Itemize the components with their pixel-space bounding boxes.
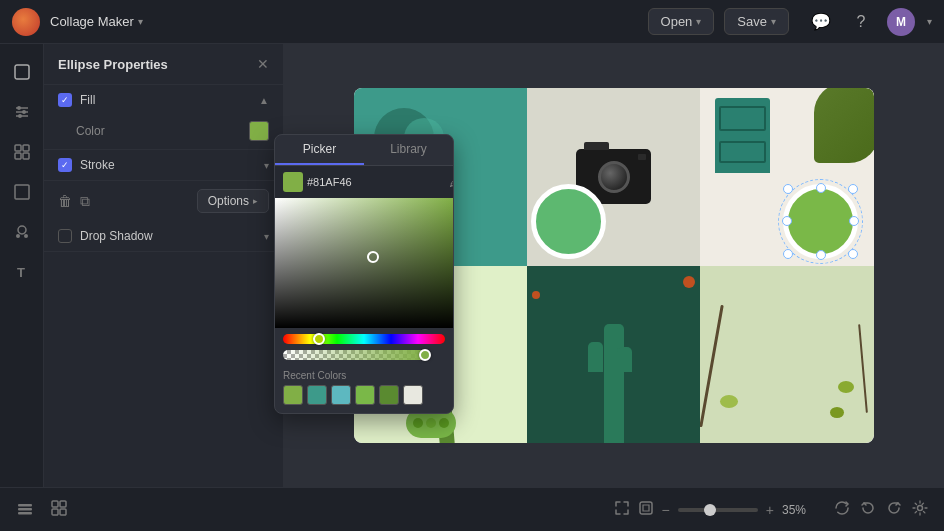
svg-rect-17 — [18, 508, 32, 511]
zoom-thumb[interactable] — [704, 504, 716, 516]
svg-rect-22 — [60, 509, 66, 515]
color-row: Color — [44, 115, 283, 149]
svg-rect-8 — [23, 145, 29, 151]
save-chevron-icon: ▾ — [771, 16, 776, 27]
alpha-slider-wrap: 1.00 — [275, 348, 453, 366]
recent-swatch-1[interactable] — [283, 385, 303, 405]
drop-shadow-label: Drop Shadow — [80, 229, 256, 243]
alpha-thumb[interactable] — [419, 349, 431, 361]
stroke-row[interactable]: ✓ Stroke ▾ — [44, 150, 283, 180]
panel-close-button[interactable]: ✕ — [257, 56, 269, 72]
avatar[interactable]: M — [887, 8, 915, 36]
app-name-label: Collage Maker — [50, 14, 134, 29]
stroke-section: ✓ Stroke ▾ — [44, 150, 283, 181]
app-logo — [12, 8, 40, 36]
comment-icon[interactable]: 💬 — [807, 8, 835, 36]
hex-color-swatch[interactable] — [283, 172, 303, 192]
fill-checkbox[interactable]: ✓ — [58, 93, 72, 107]
drop-shadow-row[interactable]: Drop Shadow ▾ — [44, 221, 283, 251]
refresh-icon[interactable] — [834, 500, 850, 520]
svg-rect-21 — [52, 509, 58, 515]
select-tool-icon[interactable] — [6, 56, 38, 88]
fill-row[interactable]: ✓ Fill ▲ — [44, 85, 283, 115]
grid-view-icon[interactable] — [50, 499, 68, 521]
save-label: Save — [737, 14, 767, 29]
color-label: Color — [76, 124, 241, 138]
layout-icon[interactable] — [6, 136, 38, 168]
duplicate-icon[interactable]: ⧉ — [80, 193, 90, 210]
recent-colors-label: Recent Colors — [283, 370, 445, 381]
recent-swatch-3[interactable] — [331, 385, 351, 405]
svg-point-5 — [22, 110, 26, 114]
drop-shadow-checkbox[interactable] — [58, 229, 72, 243]
panel-title: Ellipse Properties — [58, 57, 168, 72]
avatar-label: M — [896, 15, 906, 29]
action-row: 🗑 ⧉ Options ▸ — [44, 181, 283, 221]
recent-swatch-6[interactable] — [403, 385, 423, 405]
save-button[interactable]: Save ▾ — [724, 8, 789, 35]
zoom-slider[interactable] — [678, 508, 758, 512]
hue-thumb[interactable] — [313, 333, 325, 345]
color-swatch[interactable] — [249, 121, 269, 141]
gradient-cursor[interactable] — [367, 251, 379, 263]
zoom-in-icon[interactable]: + — [766, 502, 774, 518]
recent-swatch-5[interactable] — [379, 385, 399, 405]
hue-slider[interactable] — [283, 334, 445, 344]
recent-swatches — [283, 385, 445, 405]
svg-rect-7 — [15, 145, 21, 151]
options-button[interactable]: Options ▸ — [197, 189, 269, 213]
redo-icon[interactable] — [886, 500, 902, 520]
color-gradient-canvas[interactable] — [275, 198, 453, 328]
undo-icon[interactable] — [860, 500, 876, 520]
expand-icon[interactable] — [614, 500, 630, 520]
open-chevron-icon: ▾ — [696, 16, 701, 27]
properties-panel: Ellipse Properties ✕ ✓ Fill ▲ Color ✓ St… — [44, 44, 284, 487]
text-icon[interactable]: T — [6, 256, 38, 288]
svg-rect-10 — [23, 153, 29, 159]
avatar-chevron-icon[interactable]: ▾ — [927, 16, 932, 27]
options-chevron-icon: ▸ — [253, 196, 258, 206]
tab-picker[interactable]: Picker — [275, 135, 364, 165]
svg-point-6 — [18, 114, 22, 118]
settings-icon[interactable] — [912, 500, 928, 520]
svg-point-12 — [18, 226, 26, 234]
svg-rect-23 — [640, 502, 652, 514]
tab-library[interactable]: Library — [364, 135, 453, 165]
layers-icon[interactable] — [16, 499, 34, 521]
svg-rect-9 — [15, 153, 21, 159]
fit-icon[interactable] — [638, 500, 654, 520]
svg-text:T: T — [17, 265, 25, 280]
svg-rect-11 — [15, 185, 29, 199]
svg-point-14 — [24, 234, 28, 238]
open-button[interactable]: Open ▾ — [648, 8, 715, 35]
recent-colors-section: Recent Colors — [275, 366, 453, 413]
icon-bar: T — [0, 44, 44, 487]
drop-shadow-collapse-icon[interactable]: ▾ — [264, 231, 269, 242]
fill-collapse-icon[interactable]: ▲ — [259, 95, 269, 106]
recent-swatch-2[interactable] — [307, 385, 327, 405]
stroke-checkbox[interactable]: ✓ — [58, 158, 72, 172]
picker-tabs: Picker Library — [275, 135, 453, 166]
adjust-icon[interactable] — [6, 96, 38, 128]
alpha-slider[interactable] — [283, 350, 425, 360]
stroke-collapse-icon[interactable]: ▾ — [264, 160, 269, 171]
shapes-icon[interactable] — [6, 176, 38, 208]
svg-rect-19 — [52, 501, 58, 507]
fill-section: ✓ Fill ▲ Color — [44, 85, 283, 150]
hue-slider-wrap — [275, 328, 453, 348]
elements-icon[interactable] — [6, 216, 38, 248]
app-name-button[interactable]: Collage Maker ▾ — [50, 14, 143, 29]
open-label: Open — [661, 14, 693, 29]
drop-shadow-section: Drop Shadow ▾ — [44, 221, 283, 252]
main: T Ellipse Properties ✕ ✓ Fill ▲ Color ✓ … — [0, 44, 944, 487]
delete-icon[interactable]: 🗑 — [58, 193, 72, 209]
eyedropper-icon[interactable]: 🖊 — [449, 175, 454, 189]
help-icon[interactable]: ? — [847, 8, 875, 36]
svg-rect-18 — [18, 512, 32, 515]
recent-swatch-4[interactable] — [355, 385, 375, 405]
zoom-out-icon[interactable]: − — [662, 502, 670, 518]
hex-input[interactable] — [307, 176, 445, 188]
topbar-icons: 💬 ? M ▾ — [807, 8, 932, 36]
svg-rect-0 — [15, 65, 29, 79]
panel-header: Ellipse Properties ✕ — [44, 44, 283, 85]
